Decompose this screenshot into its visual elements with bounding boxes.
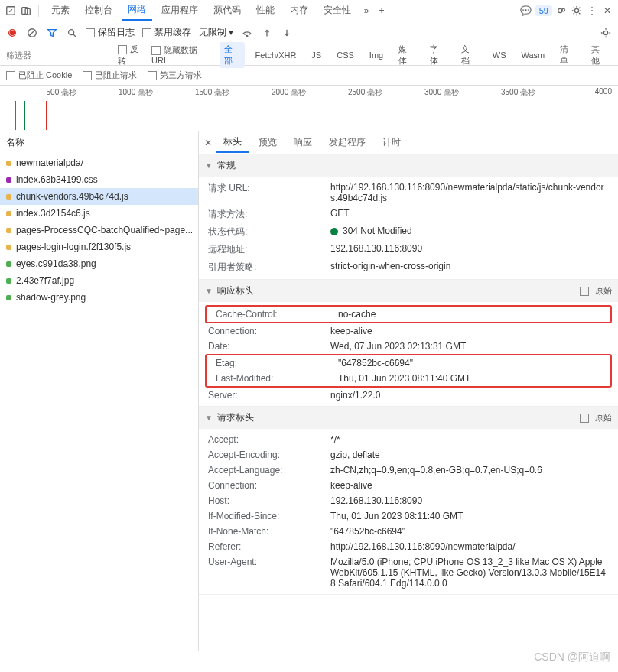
upload-icon[interactable] <box>261 27 273 39</box>
request-name: eyes.c991da38.png <box>16 258 96 269</box>
device-icon[interactable] <box>20 5 32 17</box>
file-type-icon <box>6 245 11 250</box>
tab-sources[interactable]: 源代码 <box>207 1 247 20</box>
filter-manifest[interactable]: 清单 <box>555 42 581 68</box>
request-name: pages-ProcessCQC-batchQualified~page... <box>16 225 193 235</box>
svg-point-3 <box>558 8 562 12</box>
highlighted-cache-control: Cache-Control:no-cache <box>205 305 612 323</box>
file-type-icon <box>6 295 11 300</box>
general-section-header[interactable]: ▼常规 <box>199 154 618 177</box>
filter-all[interactable]: 全部 <box>220 42 245 68</box>
request-row[interactable]: chunk-vendors.49b4c74d.js <box>0 188 198 205</box>
tab-memory[interactable]: 内存 <box>284 1 314 20</box>
request-row[interactable]: pages-ProcessCQC-batchQualified~page... <box>0 222 198 239</box>
close-devtools-icon[interactable]: ✕ <box>601 5 613 17</box>
filter-other[interactable]: 其他 <box>587 42 612 68</box>
remote-address-value: 192.168.130.116:8090 <box>330 243 609 256</box>
tab-console[interactable]: 控制台 <box>79 1 119 20</box>
request-url-label: 请求 URL: <box>208 182 330 203</box>
kebab-icon[interactable]: ⋮ <box>586 5 598 17</box>
blocked-cookie-checkbox[interactable]: 已阻止 Cookie <box>6 70 72 81</box>
request-row[interactable]: index.63b34199.css <box>0 171 198 188</box>
more-tabs-icon[interactable]: » <box>360 5 372 17</box>
disable-cache-checkbox[interactable]: 禁用缓存 <box>142 26 191 39</box>
tab-headers[interactable]: 标头 <box>216 132 249 153</box>
timeline-bar <box>24 101 25 130</box>
request-name: newmaterialpda/ <box>16 157 83 168</box>
svg-point-11 <box>603 31 607 34</box>
watermark: CSDN @阿迫啊 <box>534 651 610 651</box>
filter-fetch[interactable]: Fetch/XHR <box>251 49 301 61</box>
svg-point-7 <box>10 31 14 34</box>
filter-media[interactable]: 媒体 <box>394 42 419 68</box>
hide-data-checkbox[interactable]: 隐藏数据 URL <box>151 44 213 65</box>
feedback-icon[interactable] <box>555 5 568 17</box>
remote-address-label: 远程地址: <box>208 243 330 256</box>
tab-network[interactable]: 网络 <box>122 0 152 21</box>
request-name: chunk-vendors.49b4c74d.js <box>16 191 128 202</box>
filter-js[interactable]: JS <box>307 49 326 61</box>
request-headers-section-header[interactable]: ▼请求标头原始 <box>199 407 618 429</box>
preserve-log-checkbox[interactable]: 保留日志 <box>86 26 135 39</box>
divider <box>38 5 39 17</box>
network-settings-icon[interactable] <box>600 27 612 39</box>
request-name: index.3d2154c6.js <box>16 208 90 219</box>
blocked-request-checkbox[interactable]: 已阻止请求 <box>83 70 137 81</box>
tab-initiator[interactable]: 发起程序 <box>321 133 373 152</box>
clear-icon[interactable] <box>26 27 38 39</box>
file-type-icon <box>6 211 11 216</box>
filter-icon[interactable] <box>46 27 58 39</box>
timeline-bar <box>34 101 34 130</box>
invert-checkbox[interactable]: 反转 <box>118 44 145 67</box>
tab-timing[interactable]: 计时 <box>375 133 408 152</box>
raw-request-checkbox[interactable]: 原始 <box>580 412 612 424</box>
record-icon[interactable] <box>6 27 18 39</box>
request-row[interactable]: newmaterialpda/ <box>0 154 198 171</box>
online-icon[interactable] <box>241 27 253 39</box>
close-detail-icon[interactable]: ✕ <box>202 137 214 149</box>
tab-security[interactable]: 安全性 <box>317 1 357 20</box>
request-method-value: GET <box>330 208 609 221</box>
tab-application[interactable]: 应用程序 <box>155 1 204 20</box>
timeline-overview[interactable]: 500 毫秒 1000 毫秒 1500 毫秒 2000 毫秒 2500 毫秒 3… <box>0 86 618 131</box>
filter-font[interactable]: 字体 <box>425 42 450 68</box>
timeline-bar <box>46 101 47 130</box>
svg-point-10 <box>246 35 248 37</box>
request-row[interactable]: index.3d2154c6.js <box>0 205 198 222</box>
response-headers-section-header[interactable]: ▼响应标头原始 <box>199 280 618 302</box>
filter-img[interactable]: Img <box>365 49 388 61</box>
request-method-label: 请求方法: <box>208 208 330 221</box>
tab-preview[interactable]: 预览 <box>251 133 285 152</box>
name-column-header[interactable]: 名称 <box>0 131 198 154</box>
file-type-icon <box>6 228 11 233</box>
request-url-value: http://192.168.130.116:8090/newmaterialp… <box>330 182 609 203</box>
third-party-checkbox[interactable]: 第三方请求 <box>148 70 202 81</box>
filter-ws[interactable]: WS <box>488 49 511 61</box>
request-row[interactable]: 2.43e7f7af.jpg <box>0 272 198 289</box>
svg-point-4 <box>562 8 565 11</box>
filter-input[interactable] <box>6 50 112 60</box>
tab-response[interactable]: 响应 <box>286 133 320 152</box>
issues-badge[interactable]: 59 <box>535 5 552 16</box>
filter-doc[interactable]: 文档 <box>457 42 482 68</box>
tab-elements[interactable]: 元素 <box>45 1 76 20</box>
request-row[interactable]: eyes.c991da38.png <box>0 255 198 272</box>
search-icon[interactable] <box>66 27 78 39</box>
request-name: index.63b34199.css <box>16 174 98 185</box>
download-icon[interactable] <box>281 27 293 39</box>
raw-response-checkbox[interactable]: 原始 <box>580 285 612 297</box>
plus-icon[interactable]: + <box>376 5 388 17</box>
file-type-icon <box>6 161 11 166</box>
request-row[interactable]: shadow-grey.png <box>0 289 198 306</box>
svg-point-9 <box>69 29 74 34</box>
request-row[interactable]: pages-login-login.f2f130f5.js <box>0 239 198 255</box>
status-code-value: 304 Not Modified <box>330 226 609 239</box>
filter-wasm[interactable]: Wasm <box>516 49 549 61</box>
throttling-select[interactable]: 无限制 ▾ <box>199 26 233 39</box>
settings-icon[interactable] <box>571 5 583 17</box>
file-type-icon <box>6 278 11 284</box>
tab-performance[interactable]: 性能 <box>250 1 281 20</box>
inspect-icon[interactable] <box>5 5 17 17</box>
issues-icon[interactable]: 💬 <box>520 5 532 17</box>
filter-css[interactable]: CSS <box>332 49 359 61</box>
